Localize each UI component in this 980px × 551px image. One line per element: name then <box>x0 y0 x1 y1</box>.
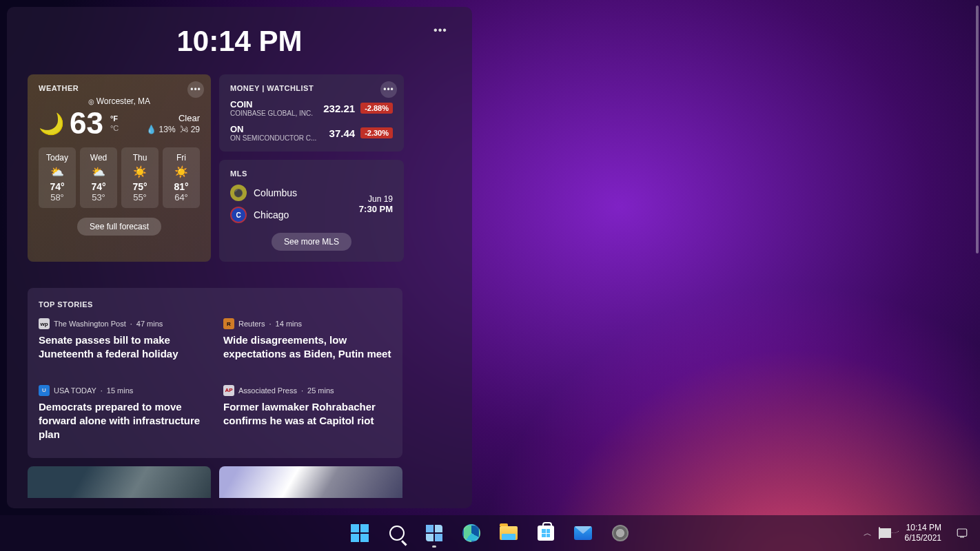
stock-company: ON SEMICONDUCTOR C... <box>230 134 316 142</box>
notification-icon <box>956 527 968 539</box>
unit-f[interactable]: °F <box>110 114 119 123</box>
team-crest-icon: ⚫ <box>230 185 247 201</box>
taskbar: ︿ 10:14 PM 6/15/2021 <box>0 515 980 551</box>
hi-temp: 74° <box>39 181 76 192</box>
hi-temp: 74° <box>80 181 117 192</box>
team-crest-icon: C <box>230 207 247 223</box>
folder-icon <box>500 526 518 540</box>
taskbar-date: 6/15/2021 <box>905 533 941 543</box>
story[interactable]: UUSA TODAY · 15 minsDemocrats prepared t… <box>39 385 207 442</box>
day-label: Wed <box>80 153 117 163</box>
weather-icon: ⛅ <box>80 165 117 178</box>
stock-price: 232.21 <box>323 103 355 114</box>
widgets-button[interactable] <box>418 517 450 549</box>
mail-button[interactable] <box>567 517 599 549</box>
see-more-mls-button[interactable]: See more MLS <box>272 233 351 251</box>
search-icon <box>389 526 405 541</box>
stock-price: 37.44 <box>329 127 356 139</box>
stock-symbol: ON <box>230 124 316 134</box>
lo-temp: 55° <box>121 192 159 202</box>
stock-row[interactable]: COINCOINBASE GLOBAL, INC. 232.21 -2.88% <box>230 99 393 117</box>
taskbar-time: 10:14 PM <box>905 523 941 533</box>
store-button[interactable] <box>530 517 562 549</box>
stock-company: COINBASE GLOBAL, INC. <box>230 110 313 117</box>
hi-temp: 81° <box>163 181 200 192</box>
team-name: Columbus <box>254 187 297 198</box>
humidity: 💧 13% <box>146 125 175 134</box>
mls-card[interactable]: MLS ⚫Columbus CChicago Jun 197:30 PM See… <box>219 160 404 262</box>
taskbar-clock[interactable]: 10:14 PM 6/15/2021 <box>905 523 941 543</box>
unit-c[interactable]: °C <box>110 124 119 132</box>
day-label: Fri <box>163 153 200 163</box>
weather-icon: ☀️ <box>163 165 200 178</box>
story-headline: Former lawmaker Rohrabacher confirms he … <box>223 400 391 428</box>
story-source: USA TODAY <box>54 386 96 395</box>
forecast-day[interactable]: Thu☀️75°55° <box>121 147 159 208</box>
edge-button[interactable] <box>456 517 487 549</box>
team-name: Chicago <box>254 209 289 220</box>
story[interactable]: wpThe Washington Post · 47 minsSenate pa… <box>39 318 207 362</box>
story-headline: Wide disagreements, low expectations as … <box>223 333 391 362</box>
widgets-clock: 10:14 PM <box>28 25 451 58</box>
source-logo-icon: R <box>223 318 234 329</box>
team-row: CChicago <box>230 207 297 223</box>
news-image-card[interactable] <box>28 466 211 498</box>
forecast-row: Today⛅74°58° Wed⛅74°53° Thu☀️75°55° Fri☀… <box>39 147 200 208</box>
story[interactable]: APAssociated Press · 25 minsFormer lawma… <box>223 385 391 442</box>
team-row: ⚫Columbus <box>230 185 297 201</box>
story-source: The Washington Post <box>54 320 126 328</box>
notifications-button[interactable] <box>951 517 973 549</box>
mail-icon <box>574 526 592 540</box>
money-card[interactable]: MONEY | WATCHLIST ••• COINCOINBASE GLOBA… <box>219 74 404 152</box>
forecast-day[interactable]: Wed⛅74°53° <box>80 147 117 208</box>
source-logo-icon: AP <box>223 385 234 396</box>
scrollbar-thumb[interactable] <box>976 6 979 253</box>
weather-icon: ☀️ <box>121 165 159 178</box>
tray-overflow-button[interactable]: ︿ <box>864 528 872 539</box>
hi-temp: 75° <box>121 181 159 192</box>
forecast-day[interactable]: Today⛅74°58° <box>39 147 76 208</box>
story-time: 25 mins <box>307 386 334 395</box>
gear-icon <box>612 525 629 541</box>
money-menu-button[interactable]: ••• <box>380 81 397 98</box>
money-title: MONEY | WATCHLIST <box>230 84 393 92</box>
weather-card[interactable]: WEATHER ••• Worcester, MA 🌙 63 °F °C Cle… <box>28 74 211 262</box>
scrollbar[interactable] <box>974 0 979 515</box>
stock-change-badge: -2.30% <box>360 127 393 138</box>
weather-title: WEATHER <box>39 84 200 92</box>
stock-change-badge: -2.88% <box>360 103 393 114</box>
weather-location: Worcester, MA <box>39 96 200 106</box>
store-icon <box>538 526 554 541</box>
story-time: 15 mins <box>107 386 134 395</box>
edge-icon <box>462 524 480 542</box>
forecast-day[interactable]: Fri☀️81°64° <box>163 147 200 208</box>
story[interactable]: RReuters · 14 minsWide disagreements, lo… <box>223 318 391 362</box>
day-label: Thu <box>121 153 159 163</box>
weather-menu-button[interactable]: ••• <box>187 81 204 98</box>
flyout-menu-button[interactable]: ••• <box>429 22 451 39</box>
current-temp: 63 <box>70 106 103 141</box>
search-button[interactable] <box>381 517 413 549</box>
start-button[interactable] <box>344 517 376 549</box>
match-time: 7:30 PM <box>359 204 393 214</box>
top-stories-card: TOP STORIES wpThe Washington Post · 47 m… <box>28 288 402 458</box>
story-source: Reuters <box>238 320 265 328</box>
day-label: Today <box>39 153 76 163</box>
see-full-forecast-button[interactable]: See full forecast <box>77 218 161 236</box>
story-headline: Senate passes bill to make Juneteenth a … <box>39 333 207 362</box>
settings-button[interactable] <box>604 517 636 549</box>
stock-symbol: COIN <box>230 99 313 110</box>
battery-icon[interactable] <box>879 528 880 539</box>
weather-icon: ⛅ <box>39 165 76 178</box>
match-date: Jun 19 <box>359 194 393 204</box>
wind: 🌬 29 <box>180 125 200 134</box>
temp-units[interactable]: °F °C <box>110 114 119 132</box>
file-explorer-button[interactable] <box>493 517 524 549</box>
stock-row[interactable]: ONON SEMICONDUCTOR C... 37.44 -2.30% <box>230 124 393 142</box>
lo-temp: 64° <box>163 192 200 202</box>
condition-text: Clear <box>146 113 200 123</box>
moon-icon: 🌙 <box>39 112 64 136</box>
news-image-card[interactable] <box>219 466 402 498</box>
story-source: Associated Press <box>238 386 297 395</box>
top-stories-title: TOP STORIES <box>39 300 391 309</box>
